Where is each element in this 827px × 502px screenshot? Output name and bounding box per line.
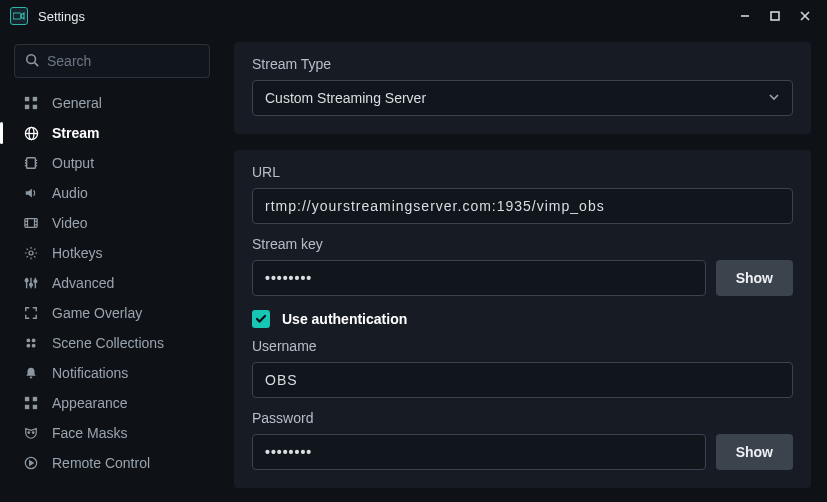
mask-icon bbox=[22, 424, 40, 442]
svg-rect-41 bbox=[33, 397, 37, 401]
svg-rect-42 bbox=[25, 405, 29, 409]
appearance-icon bbox=[22, 394, 40, 412]
gear-icon bbox=[22, 244, 40, 262]
svg-rect-43 bbox=[33, 405, 37, 409]
svg-point-35 bbox=[26, 338, 30, 342]
output-icon bbox=[22, 154, 40, 172]
sidebar-item-video[interactable]: Video bbox=[8, 208, 216, 238]
stream-key-input-wrap[interactable] bbox=[252, 260, 706, 296]
stream-type-card: Stream Type Custom Streaming Server bbox=[234, 42, 811, 134]
sidebar-item-label: Scene Collections bbox=[52, 335, 164, 351]
show-stream-key-button[interactable]: Show bbox=[716, 260, 793, 296]
bell-icon bbox=[22, 364, 40, 382]
app-icon bbox=[10, 7, 28, 25]
svg-point-37 bbox=[26, 344, 30, 348]
svg-rect-39 bbox=[30, 377, 33, 379]
svg-rect-0 bbox=[13, 13, 21, 19]
svg-point-38 bbox=[32, 344, 36, 348]
window-title: Settings bbox=[38, 9, 85, 24]
svg-rect-2 bbox=[771, 12, 779, 20]
sidebar-item-label: Advanced bbox=[52, 275, 114, 291]
sidebar-item-game-overlay[interactable]: Game Overlay bbox=[8, 298, 216, 328]
svg-point-28 bbox=[29, 251, 33, 255]
svg-rect-21 bbox=[25, 219, 37, 228]
svg-rect-10 bbox=[33, 105, 37, 109]
username-input-wrap[interactable] bbox=[252, 362, 793, 398]
sidebar-item-remote-control[interactable]: Remote Control bbox=[8, 448, 216, 478]
sidebar-item-output[interactable]: Output bbox=[8, 148, 216, 178]
sidebar-item-label: Notifications bbox=[52, 365, 128, 381]
sidebar-item-label: Stream bbox=[52, 125, 99, 141]
sidebar-item-label: Face Masks bbox=[52, 425, 127, 441]
svg-line-6 bbox=[35, 62, 39, 66]
sidebar-item-label: Video bbox=[52, 215, 88, 231]
use-auth-row[interactable]: Use authentication bbox=[252, 310, 793, 328]
stream-key-label: Stream key bbox=[252, 236, 793, 252]
svg-rect-40 bbox=[25, 397, 29, 401]
password-input-wrap[interactable] bbox=[252, 434, 706, 470]
sidebar: General Stream Output Audio Video Hotkey… bbox=[0, 32, 224, 502]
use-auth-checkbox[interactable] bbox=[252, 310, 270, 328]
svg-point-5 bbox=[27, 54, 36, 63]
sidebar-item-scene-collections[interactable]: Scene Collections bbox=[8, 328, 216, 358]
stream-type-value: Custom Streaming Server bbox=[265, 90, 426, 106]
expand-icon bbox=[22, 304, 40, 322]
search-box[interactable] bbox=[14, 44, 210, 78]
globe-icon bbox=[22, 124, 40, 142]
url-label: URL bbox=[252, 164, 793, 180]
sidebar-item-label: Output bbox=[52, 155, 94, 171]
main-panel: Stream Type Custom Streaming Server URL … bbox=[224, 32, 827, 502]
svg-point-32 bbox=[30, 283, 33, 286]
titlebar: Settings bbox=[0, 0, 827, 32]
svg-point-36 bbox=[32, 338, 36, 342]
svg-rect-7 bbox=[25, 97, 29, 101]
url-input[interactable] bbox=[265, 198, 780, 214]
scenes-icon bbox=[22, 334, 40, 352]
search-input[interactable] bbox=[47, 53, 199, 69]
play-circle-icon bbox=[22, 454, 40, 472]
password-label: Password bbox=[252, 410, 793, 426]
close-button[interactable] bbox=[793, 4, 817, 28]
speaker-icon bbox=[22, 184, 40, 202]
stream-type-label: Stream Type bbox=[252, 56, 793, 72]
stream-settings-card: URL Stream key Show Use authentication U… bbox=[234, 150, 811, 488]
sidebar-item-hotkeys[interactable]: Hotkeys bbox=[8, 238, 216, 268]
url-input-wrap[interactable] bbox=[252, 188, 793, 224]
svg-rect-14 bbox=[27, 158, 36, 169]
show-password-button[interactable]: Show bbox=[716, 434, 793, 470]
stream-type-select[interactable]: Custom Streaming Server bbox=[252, 80, 793, 116]
sliders-icon bbox=[22, 274, 40, 292]
sidebar-item-audio[interactable]: Audio bbox=[8, 178, 216, 208]
svg-point-45 bbox=[32, 432, 34, 434]
sidebar-item-label: General bbox=[52, 95, 102, 111]
sidebar-item-advanced[interactable]: Advanced bbox=[8, 268, 216, 298]
svg-point-30 bbox=[25, 279, 28, 282]
sidebar-item-label: Remote Control bbox=[52, 455, 150, 471]
password-input[interactable] bbox=[265, 444, 693, 460]
svg-rect-9 bbox=[25, 105, 29, 109]
sidebar-item-label: Game Overlay bbox=[52, 305, 142, 321]
sidebar-item-appearance[interactable]: Appearance bbox=[8, 388, 216, 418]
sidebar-item-label: Audio bbox=[52, 185, 88, 201]
stream-key-input[interactable] bbox=[265, 270, 693, 286]
grid-icon bbox=[22, 94, 40, 112]
minimize-button[interactable] bbox=[733, 4, 757, 28]
chevron-down-icon bbox=[768, 90, 780, 106]
svg-point-34 bbox=[34, 280, 37, 283]
sidebar-item-stream[interactable]: Stream bbox=[8, 118, 216, 148]
svg-rect-8 bbox=[33, 97, 37, 101]
nav-list: General Stream Output Audio Video Hotkey… bbox=[8, 88, 216, 478]
sidebar-item-label: Appearance bbox=[52, 395, 128, 411]
search-icon bbox=[25, 53, 39, 70]
sidebar-item-general[interactable]: General bbox=[8, 88, 216, 118]
film-icon bbox=[22, 214, 40, 232]
sidebar-item-face-masks[interactable]: Face Masks bbox=[8, 418, 216, 448]
use-auth-label: Use authentication bbox=[282, 311, 407, 327]
sidebar-item-notifications[interactable]: Notifications bbox=[8, 358, 216, 388]
svg-point-44 bbox=[28, 432, 30, 434]
maximize-button[interactable] bbox=[763, 4, 787, 28]
sidebar-item-label: Hotkeys bbox=[52, 245, 103, 261]
username-input[interactable] bbox=[265, 372, 780, 388]
username-label: Username bbox=[252, 338, 793, 354]
